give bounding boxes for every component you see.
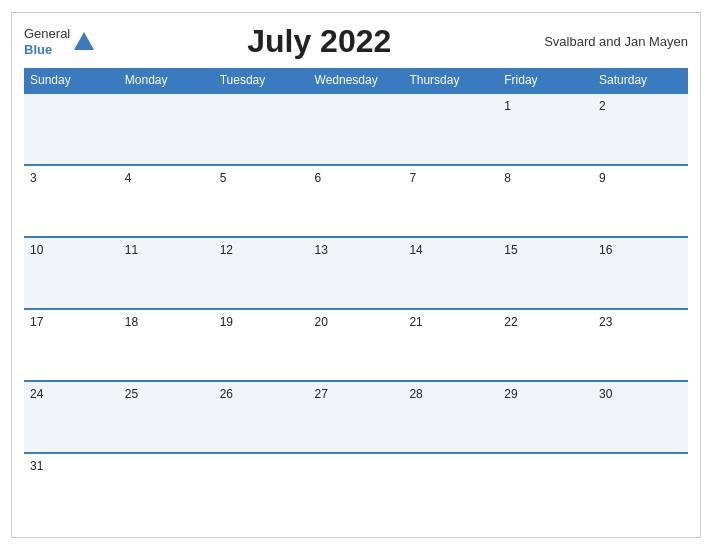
day-number: 6 — [315, 171, 322, 185]
weekday-header-saturday: Saturday — [593, 68, 688, 93]
calendar-day-cell: 26 — [214, 381, 309, 453]
weekday-header-thursday: Thursday — [403, 68, 498, 93]
calendar-day-cell: 19 — [214, 309, 309, 381]
day-number: 20 — [315, 315, 328, 329]
logo-triangle-icon — [74, 32, 94, 50]
day-number: 27 — [315, 387, 328, 401]
calendar-day-cell: 29 — [498, 381, 593, 453]
calendar-day-cell — [214, 93, 309, 165]
calendar-week-row: 10111213141516 — [24, 237, 688, 309]
calendar-day-cell: 18 — [119, 309, 214, 381]
calendar-table: SundayMondayTuesdayWednesdayThursdayFrid… — [24, 68, 688, 525]
calendar-day-cell: 3 — [24, 165, 119, 237]
day-number: 21 — [409, 315, 422, 329]
day-number: 5 — [220, 171, 227, 185]
weekday-header-friday: Friday — [498, 68, 593, 93]
calendar-day-cell — [403, 93, 498, 165]
calendar-day-cell: 10 — [24, 237, 119, 309]
day-number: 25 — [125, 387, 138, 401]
calendar-day-cell — [593, 453, 688, 525]
region-label: Svalbard and Jan Mayen — [544, 34, 688, 49]
logo-general-text: General — [24, 26, 70, 42]
calendar-week-row: 3456789 — [24, 165, 688, 237]
calendar-day-cell: 24 — [24, 381, 119, 453]
day-number: 28 — [409, 387, 422, 401]
calendar-day-cell — [24, 93, 119, 165]
calendar-day-cell: 21 — [403, 309, 498, 381]
calendar-day-cell — [119, 453, 214, 525]
day-number: 24 — [30, 387, 43, 401]
month-title: July 2022 — [94, 23, 544, 60]
calendar-container: General Blue July 2022 Svalbard and Jan … — [11, 12, 701, 538]
calendar-day-cell: 23 — [593, 309, 688, 381]
calendar-day-cell: 6 — [309, 165, 404, 237]
calendar-week-row: 17181920212223 — [24, 309, 688, 381]
logo-text: General Blue — [24, 26, 70, 57]
calendar-day-cell: 17 — [24, 309, 119, 381]
calendar-day-cell — [498, 453, 593, 525]
day-number: 3 — [30, 171, 37, 185]
day-number: 15 — [504, 243, 517, 257]
calendar-day-cell: 22 — [498, 309, 593, 381]
calendar-day-cell: 14 — [403, 237, 498, 309]
day-number: 1 — [504, 99, 511, 113]
calendar-day-cell: 25 — [119, 381, 214, 453]
day-number: 22 — [504, 315, 517, 329]
day-number: 30 — [599, 387, 612, 401]
day-number: 11 — [125, 243, 138, 257]
logo-blue-text: Blue — [24, 42, 70, 58]
day-number: 7 — [409, 171, 416, 185]
calendar-day-cell — [309, 453, 404, 525]
calendar-day-cell: 15 — [498, 237, 593, 309]
day-number: 17 — [30, 315, 43, 329]
calendar-day-cell: 31 — [24, 453, 119, 525]
calendar-day-cell: 5 — [214, 165, 309, 237]
calendar-day-cell — [119, 93, 214, 165]
calendar-day-cell — [403, 453, 498, 525]
day-number: 19 — [220, 315, 233, 329]
calendar-day-cell: 4 — [119, 165, 214, 237]
calendar-week-row: 12 — [24, 93, 688, 165]
calendar-day-cell: 27 — [309, 381, 404, 453]
day-number: 9 — [599, 171, 606, 185]
calendar-header: General Blue July 2022 Svalbard and Jan … — [24, 23, 688, 60]
weekday-header-wednesday: Wednesday — [309, 68, 404, 93]
logo: General Blue — [24, 26, 94, 57]
calendar-day-cell: 16 — [593, 237, 688, 309]
calendar-day-cell: 30 — [593, 381, 688, 453]
weekday-header-tuesday: Tuesday — [214, 68, 309, 93]
day-number: 31 — [30, 459, 43, 473]
weekday-header-row: SundayMondayTuesdayWednesdayThursdayFrid… — [24, 68, 688, 93]
calendar-day-cell: 8 — [498, 165, 593, 237]
day-number: 12 — [220, 243, 233, 257]
calendar-day-cell: 12 — [214, 237, 309, 309]
day-number: 23 — [599, 315, 612, 329]
calendar-week-row: 24252627282930 — [24, 381, 688, 453]
calendar-day-cell: 9 — [593, 165, 688, 237]
calendar-day-cell: 13 — [309, 237, 404, 309]
day-number: 18 — [125, 315, 138, 329]
day-number: 2 — [599, 99, 606, 113]
day-number: 16 — [599, 243, 612, 257]
day-number: 8 — [504, 171, 511, 185]
calendar-day-cell: 11 — [119, 237, 214, 309]
day-number: 29 — [504, 387, 517, 401]
day-number: 26 — [220, 387, 233, 401]
day-number: 14 — [409, 243, 422, 257]
calendar-day-cell: 28 — [403, 381, 498, 453]
weekday-header-sunday: Sunday — [24, 68, 119, 93]
day-number: 10 — [30, 243, 43, 257]
calendar-day-cell: 1 — [498, 93, 593, 165]
calendar-day-cell: 2 — [593, 93, 688, 165]
calendar-week-row: 31 — [24, 453, 688, 525]
weekday-header-monday: Monday — [119, 68, 214, 93]
day-number: 4 — [125, 171, 132, 185]
calendar-day-cell: 20 — [309, 309, 404, 381]
calendar-day-cell — [309, 93, 404, 165]
calendar-day-cell: 7 — [403, 165, 498, 237]
calendar-day-cell — [214, 453, 309, 525]
day-number: 13 — [315, 243, 328, 257]
